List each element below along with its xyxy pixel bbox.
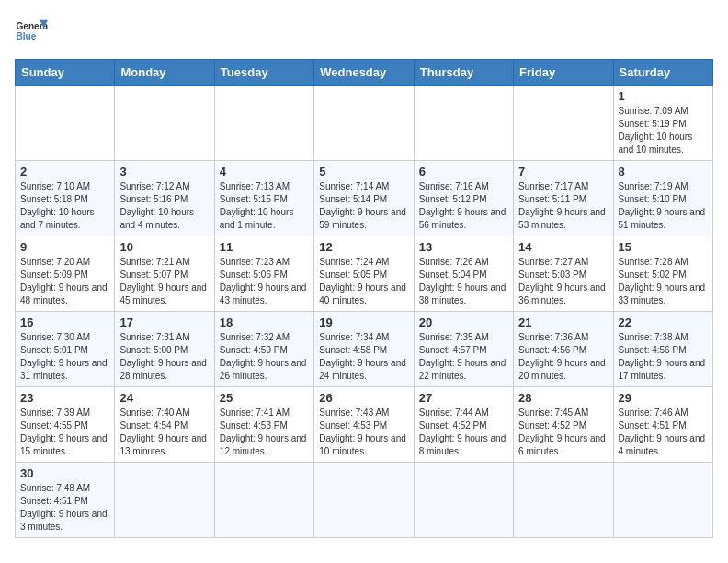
calendar-cell: 5Sunrise: 7:14 AM Sunset: 5:14 PM Daylig…	[314, 161, 414, 236]
calendar-cell: 4Sunrise: 7:13 AM Sunset: 5:15 PM Daylig…	[214, 161, 313, 236]
calendar-cell	[214, 463, 313, 538]
day-info: Sunrise: 7:40 AM Sunset: 4:54 PM Dayligh…	[119, 407, 209, 458]
calendar-cell	[16, 86, 115, 161]
day-info: Sunrise: 7:10 AM Sunset: 5:18 PM Dayligh…	[20, 180, 109, 232]
calendar-cell: 11Sunrise: 7:23 AM Sunset: 5:06 PM Dayli…	[214, 236, 313, 312]
calendar-cell: 29Sunrise: 7:46 AM Sunset: 4:51 PM Dayli…	[613, 387, 712, 463]
calendar-cell: 30Sunrise: 7:48 AM Sunset: 4:51 PM Dayli…	[16, 463, 115, 538]
calendar-week-row: 9Sunrise: 7:20 AM Sunset: 5:09 PM Daylig…	[16, 236, 713, 312]
day-number: 1	[619, 89, 708, 103]
calendar-cell: 8Sunrise: 7:19 AM Sunset: 5:10 PM Daylig…	[613, 161, 712, 236]
calendar-cell	[414, 86, 513, 161]
weekday-header-wednesday: Wednesday	[314, 60, 414, 86]
day-info: Sunrise: 7:16 AM Sunset: 5:12 PM Dayligh…	[419, 180, 508, 232]
day-number: 12	[319, 240, 408, 254]
day-number: 23	[20, 391, 109, 405]
day-info: Sunrise: 7:34 AM Sunset: 4:58 PM Dayligh…	[319, 331, 408, 383]
calendar-cell: 23Sunrise: 7:39 AM Sunset: 4:55 PM Dayli…	[16, 387, 115, 463]
calendar-cell: 12Sunrise: 7:24 AM Sunset: 5:05 PM Dayli…	[314, 236, 414, 312]
calendar-cell	[514, 463, 613, 538]
day-number: 20	[419, 316, 508, 329]
calendar-cell: 10Sunrise: 7:21 AM Sunset: 5:07 PM Dayli…	[115, 236, 214, 312]
day-number: 17	[119, 316, 209, 329]
day-number: 16	[20, 316, 109, 329]
day-number: 9	[20, 240, 109, 254]
day-info: Sunrise: 7:24 AM Sunset: 5:05 PM Dayligh…	[319, 256, 408, 307]
day-number: 19	[319, 316, 408, 329]
day-info: Sunrise: 7:43 AM Sunset: 4:53 PM Dayligh…	[319, 407, 408, 458]
day-info: Sunrise: 7:39 AM Sunset: 4:55 PM Dayligh…	[20, 407, 109, 458]
day-number: 2	[20, 165, 109, 178]
day-info: Sunrise: 7:27 AM Sunset: 5:03 PM Dayligh…	[518, 256, 608, 307]
calendar-cell: 28Sunrise: 7:45 AM Sunset: 4:52 PM Dayli…	[514, 387, 613, 463]
weekday-header-saturday: Saturday	[613, 60, 712, 86]
calendar-cell: 3Sunrise: 7:12 AM Sunset: 5:16 PM Daylig…	[115, 161, 214, 236]
day-number: 7	[518, 165, 608, 178]
day-info: Sunrise: 7:35 AM Sunset: 4:57 PM Dayligh…	[419, 331, 508, 383]
header: General Blue	[15, 15, 713, 48]
day-number: 24	[119, 391, 209, 405]
day-info: Sunrise: 7:46 AM Sunset: 4:51 PM Dayligh…	[619, 407, 708, 458]
day-info: Sunrise: 7:48 AM Sunset: 4:51 PM Dayligh…	[20, 482, 109, 534]
weekday-header-friday: Friday	[514, 60, 613, 86]
day-info: Sunrise: 7:14 AM Sunset: 5:14 PM Dayligh…	[319, 180, 408, 232]
calendar-cell: 26Sunrise: 7:43 AM Sunset: 4:53 PM Dayli…	[314, 387, 414, 463]
calendar-cell	[414, 463, 513, 538]
day-info: Sunrise: 7:26 AM Sunset: 5:04 PM Dayligh…	[419, 256, 508, 307]
day-number: 18	[220, 316, 309, 329]
calendar-week-row: 30Sunrise: 7:48 AM Sunset: 4:51 PM Dayli…	[16, 463, 713, 538]
calendar-week-row: 16Sunrise: 7:30 AM Sunset: 5:01 PM Dayli…	[16, 312, 713, 387]
day-info: Sunrise: 7:23 AM Sunset: 5:06 PM Dayligh…	[220, 256, 309, 307]
calendar-cell: 24Sunrise: 7:40 AM Sunset: 4:54 PM Dayli…	[115, 387, 214, 463]
day-info: Sunrise: 7:38 AM Sunset: 4:56 PM Dayligh…	[619, 331, 708, 383]
weekday-header-monday: Monday	[115, 60, 214, 86]
day-info: Sunrise: 7:12 AM Sunset: 5:16 PM Dayligh…	[119, 180, 209, 232]
day-number: 15	[619, 240, 708, 254]
calendar-week-row: 2Sunrise: 7:10 AM Sunset: 5:18 PM Daylig…	[16, 161, 713, 236]
day-info: Sunrise: 7:09 AM Sunset: 5:19 PM Dayligh…	[619, 105, 708, 156]
day-info: Sunrise: 7:19 AM Sunset: 5:10 PM Dayligh…	[619, 180, 708, 232]
calendar-cell: 1Sunrise: 7:09 AM Sunset: 5:19 PM Daylig…	[613, 86, 712, 161]
day-info: Sunrise: 7:13 AM Sunset: 5:15 PM Dayligh…	[220, 180, 309, 232]
generalblue-logo-icon: General Blue	[15, 15, 48, 48]
calendar-cell: 27Sunrise: 7:44 AM Sunset: 4:52 PM Dayli…	[414, 387, 513, 463]
day-number: 13	[419, 240, 508, 254]
calendar-cell	[314, 86, 414, 161]
calendar-cell: 20Sunrise: 7:35 AM Sunset: 4:57 PM Dayli…	[414, 312, 513, 387]
calendar-cell: 2Sunrise: 7:10 AM Sunset: 5:18 PM Daylig…	[16, 161, 115, 236]
day-info: Sunrise: 7:36 AM Sunset: 4:56 PM Dayligh…	[518, 331, 608, 383]
day-info: Sunrise: 7:44 AM Sunset: 4:52 PM Dayligh…	[419, 407, 508, 458]
day-number: 30	[20, 466, 109, 480]
calendar-week-row: 23Sunrise: 7:39 AM Sunset: 4:55 PM Dayli…	[16, 387, 713, 463]
day-info: Sunrise: 7:45 AM Sunset: 4:52 PM Dayligh…	[518, 407, 608, 458]
calendar-cell	[514, 86, 613, 161]
calendar-cell	[314, 463, 414, 538]
calendar-cell: 9Sunrise: 7:20 AM Sunset: 5:09 PM Daylig…	[16, 236, 115, 312]
day-number: 26	[319, 391, 408, 405]
day-info: Sunrise: 7:20 AM Sunset: 5:09 PM Dayligh…	[20, 256, 109, 307]
calendar-cell	[115, 463, 214, 538]
logo: General Blue	[15, 15, 48, 48]
weekday-header-thursday: Thursday	[414, 60, 513, 86]
day-info: Sunrise: 7:21 AM Sunset: 5:07 PM Dayligh…	[119, 256, 209, 307]
svg-text:Blue: Blue	[16, 31, 36, 41]
day-info: Sunrise: 7:28 AM Sunset: 5:02 PM Dayligh…	[619, 256, 708, 307]
day-info: Sunrise: 7:32 AM Sunset: 4:59 PM Dayligh…	[220, 331, 309, 383]
calendar-cell: 14Sunrise: 7:27 AM Sunset: 5:03 PM Dayli…	[514, 236, 613, 312]
calendar-cell: 13Sunrise: 7:26 AM Sunset: 5:04 PM Dayli…	[414, 236, 513, 312]
day-number: 6	[419, 165, 508, 178]
calendar-cell: 18Sunrise: 7:32 AM Sunset: 4:59 PM Dayli…	[214, 312, 313, 387]
calendar-cell: 15Sunrise: 7:28 AM Sunset: 5:02 PM Dayli…	[613, 236, 712, 312]
day-number: 28	[518, 391, 608, 405]
calendar-cell: 17Sunrise: 7:31 AM Sunset: 5:00 PM Dayli…	[115, 312, 214, 387]
calendar-cell	[115, 86, 214, 161]
day-number: 3	[119, 165, 209, 178]
day-number: 4	[220, 165, 309, 178]
day-info: Sunrise: 7:41 AM Sunset: 4:53 PM Dayligh…	[220, 407, 309, 458]
calendar-cell: 21Sunrise: 7:36 AM Sunset: 4:56 PM Dayli…	[514, 312, 613, 387]
calendar-cell: 19Sunrise: 7:34 AM Sunset: 4:58 PM Dayli…	[314, 312, 414, 387]
calendar-cell: 22Sunrise: 7:38 AM Sunset: 4:56 PM Dayli…	[613, 312, 712, 387]
day-number: 27	[419, 391, 508, 405]
calendar-cell	[214, 86, 313, 161]
day-number: 8	[619, 165, 708, 178]
